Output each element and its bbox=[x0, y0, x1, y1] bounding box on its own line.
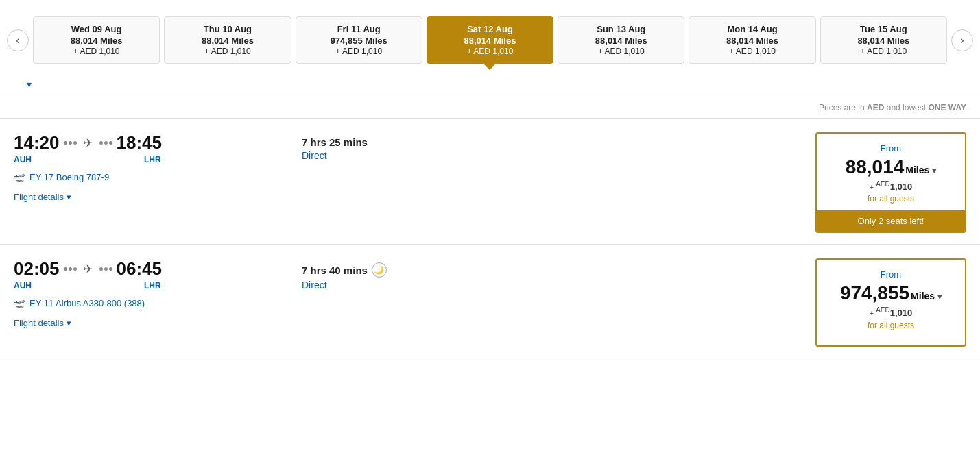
flight-info: 14:20 ✈ 18:45 AUH LH bbox=[14, 132, 302, 202]
prev-date-arrow[interactable]: ‹ bbox=[7, 29, 29, 51]
from-label: From bbox=[828, 143, 954, 153]
miles-chevron: ▾ bbox=[932, 166, 936, 175]
airport-codes: AUH LHR bbox=[14, 281, 302, 291]
miles-amount: 88,014 Miles ▾ bbox=[828, 156, 954, 178]
date-cards: Wed 09 Aug 88,014 Miles + AED 1,010 Thu … bbox=[33, 16, 947, 64]
dot2 bbox=[69, 267, 72, 271]
aircraft-name: EY 17 Boeing 787-9 bbox=[29, 172, 109, 182]
stop-type-label: Direct bbox=[302, 150, 815, 161]
flight-details-chevron: ▾ bbox=[67, 192, 71, 202]
dot1 bbox=[64, 267, 67, 271]
miles-number: 88,014 bbox=[846, 156, 905, 178]
dot3 bbox=[73, 141, 77, 145]
date-card-3[interactable]: Sat 12 Aug 88,014 Miles + AED 1,010 bbox=[427, 16, 553, 64]
seats-left-badge: Only 2 seats left! bbox=[817, 210, 965, 232]
date-label: Thu 10 Aug bbox=[170, 24, 285, 34]
dot4 bbox=[99, 141, 103, 145]
date-card-1[interactable]: Thu 10 Aug 88,014 Miles + AED 1,010 bbox=[164, 16, 291, 64]
duration-text: 7 hrs 40 mins bbox=[302, 264, 368, 276]
aed-value: 1,010 bbox=[890, 182, 913, 192]
date-miles: 88,014 Miles bbox=[564, 36, 678, 46]
stop-type-label: Direct bbox=[302, 280, 815, 291]
arrive-airport: LHR bbox=[144, 155, 161, 164]
date-label: Sun 13 Aug bbox=[564, 24, 678, 34]
next-date-arrow[interactable]: › bbox=[951, 29, 973, 51]
date-label: Tue 15 Aug bbox=[826, 24, 941, 34]
depart-airport: AUH bbox=[14, 155, 32, 164]
aircraft-name: EY 11 Airbus A380-800 (388) bbox=[29, 298, 145, 308]
date-selector: ‹ Wed 09 Aug 88,014 Miles + AED 1,010 Th… bbox=[0, 16, 980, 72]
date-card-5[interactable]: Mon 14 Aug 88,014 Miles + AED 1,010 bbox=[689, 16, 815, 64]
flight-times: 02:05 ✈ 06:45 bbox=[14, 258, 302, 280]
aircraft-info: 🛫 EY 11 Airbus A380-800 (388) bbox=[14, 297, 302, 308]
price-card[interactable]: From 974,855 Miles ▾ + AED1,010 for all … bbox=[815, 258, 966, 346]
airport-codes: AUH LHR bbox=[14, 155, 302, 164]
aircraft-info: 🛫 EY 17 Boeing 787-9 bbox=[14, 171, 302, 182]
flight-details-label: Flight details bbox=[14, 192, 64, 202]
date-miles: 88,014 Miles bbox=[170, 36, 285, 46]
flight-details-link[interactable]: Flight details ▾ bbox=[14, 192, 302, 202]
aed-amount: + AED1,010 bbox=[828, 180, 954, 192]
dot3 bbox=[73, 267, 77, 271]
flight-info: 02:05 ✈ 06:45 AUH LH bbox=[14, 258, 302, 328]
dot5 bbox=[104, 267, 108, 271]
date-aed: + AED 1,010 bbox=[695, 47, 809, 56]
flight-details-chevron: ▾ bbox=[67, 318, 71, 328]
date-miles: 88,014 Miles bbox=[39, 36, 154, 46]
flight-list: 14:20 ✈ 18:45 AUH LH bbox=[0, 119, 980, 358]
dot2 bbox=[69, 141, 72, 145]
plus-sign: + bbox=[870, 310, 876, 318]
plus-sign: + bbox=[870, 183, 876, 191]
flight-duration: 7 hrs 40 mins 🌙 Direct bbox=[302, 258, 815, 291]
depart-time: 02:05 bbox=[14, 258, 60, 280]
flight-dots bbox=[64, 267, 77, 271]
dot6 bbox=[109, 267, 112, 271]
aed-value: 1,010 bbox=[890, 308, 913, 319]
dot4 bbox=[99, 267, 103, 271]
flight-row: 02:05 ✈ 06:45 AUH LH bbox=[0, 245, 980, 358]
flight-duration: 7 hrs 25 mins Direct bbox=[302, 132, 815, 161]
dot6 bbox=[109, 141, 112, 145]
miles-label: Miles bbox=[911, 291, 935, 301]
date-aed: + AED 1,010 bbox=[564, 47, 678, 56]
plane-icon: ✈ bbox=[84, 262, 93, 275]
page-title bbox=[0, 0, 980, 16]
date-card-6[interactable]: Tue 15 Aug 88,014 Miles + AED 1,010 bbox=[820, 16, 947, 64]
flight-times: 14:20 ✈ 18:45 bbox=[14, 132, 302, 153]
aed-label: AED bbox=[876, 180, 890, 188]
dot1 bbox=[64, 141, 67, 145]
date-card-2[interactable]: Fri 11 Aug 974,855 Miles + AED 1,010 bbox=[296, 16, 422, 64]
date-miles: 974,855 Miles bbox=[302, 36, 416, 46]
date-card-0[interactable]: Wed 09 Aug 88,014 Miles + AED 1,010 bbox=[33, 16, 160, 64]
dot5 bbox=[104, 141, 108, 145]
date-card-4[interactable]: Sun 13 Aug 88,014 Miles + AED 1,010 bbox=[558, 16, 684, 64]
date-label: Fri 11 Aug bbox=[302, 24, 416, 34]
depart-airport: AUH bbox=[14, 281, 32, 291]
duration-time: 7 hrs 25 mins bbox=[302, 136, 815, 148]
sort-by-button[interactable]: ▾ bbox=[25, 79, 32, 90]
price-aed-label: AED bbox=[867, 103, 884, 112]
price-one-way: ONE WAY bbox=[928, 103, 966, 112]
date-label: Mon 14 Aug bbox=[695, 24, 809, 34]
depart-time: 14:20 bbox=[14, 132, 60, 153]
aed-label: AED bbox=[876, 306, 890, 314]
aircraft-icon: 🛫 bbox=[14, 171, 25, 182]
miles-chevron: ▾ bbox=[937, 292, 942, 301]
price-column-header: Prices are in AED and lowest ONE WAY bbox=[819, 103, 966, 112]
flight-dots-2 bbox=[99, 267, 112, 271]
price-card[interactable]: From 88,014 Miles ▾ + AED1,010 for all g… bbox=[815, 132, 966, 233]
plane-icon: ✈ bbox=[84, 136, 93, 149]
date-aed: + AED 1,010 bbox=[826, 47, 941, 56]
arrive-time: 18:45 bbox=[117, 132, 163, 153]
date-label: Sat 12 Aug bbox=[433, 24, 547, 34]
arrive-time: 06:45 bbox=[117, 258, 163, 280]
sort-by-chevron: ▾ bbox=[27, 79, 32, 90]
flight-details-link[interactable]: Flight details ▾ bbox=[14, 318, 302, 328]
table-header: Prices are in AED and lowest ONE WAY bbox=[0, 97, 980, 119]
for-guests-label: for all guests bbox=[828, 194, 954, 204]
arrive-airport: LHR bbox=[144, 281, 161, 291]
date-aed: + AED 1,010 bbox=[170, 47, 285, 56]
flight-row: 14:20 ✈ 18:45 AUH LH bbox=[0, 119, 980, 245]
miles-number: 974,855 bbox=[840, 282, 909, 304]
toolbar: ▾ bbox=[0, 72, 980, 97]
